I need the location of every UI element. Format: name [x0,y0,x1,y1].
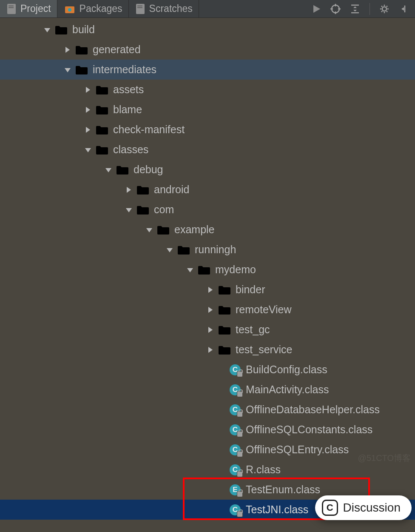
chevron-right-icon[interactable] [206,345,215,355]
folder-icon [218,284,231,295]
tree-label: classes [113,143,148,156]
tree-item-blame[interactable]: blame [0,100,415,120]
tree-item-generated[interactable]: generated [0,40,415,60]
tree-item-mainactivity[interactable]: C MainActivity.class [0,380,415,400]
chevron-down-icon[interactable] [43,25,52,34]
folder-icon [75,64,88,75]
folder-icon [54,24,68,35]
settings-button[interactable] [379,4,389,14]
tree-item-android[interactable]: android [0,180,415,200]
tree-item-offlinesqlconstants[interactable]: C OfflineSQLConstants.class [0,420,415,440]
folder-icon [218,344,231,355]
tree-item-check-manifest[interactable]: check-manifest [0,120,415,140]
class-file-icon: C [230,364,242,376]
tree-label: BuildConfig.class [246,363,327,376]
tree-label: R.class [246,463,281,476]
discussion-label: Discussion [343,501,401,515]
tree-item-remoteview[interactable]: remoteView [0,300,415,320]
tree-label: assets [113,83,144,96]
tree-label: test_service [236,343,292,356]
folder-icon [218,304,231,315]
tab-label: Scratches [149,3,193,14]
folder-icon [177,244,190,255]
chevron-right-icon[interactable] [206,285,215,295]
chevron-down-icon[interactable] [83,145,93,154]
tree-item-test-gc[interactable]: test_gc [0,320,415,340]
tree-label: test_gc [236,323,270,336]
tree-item-test-service[interactable]: test_service [0,340,415,360]
discussion-popover[interactable]: C Discussion [315,495,412,520]
chevron-down-icon[interactable] [124,205,134,215]
scroll-from-source-button[interactable] [330,4,341,14]
view-tabs: Project Packages Scratches [0,0,415,18]
tree-item-classes[interactable]: classes [0,140,415,160]
chevron-right-icon[interactable] [206,325,215,335]
folder-icon [75,44,88,55]
folder-icon [136,204,150,215]
tree-item-debug[interactable]: debug [0,160,415,180]
tree-label: OfflineSQLConstants.class [246,423,372,436]
tree-label: binder [236,283,265,296]
chevron-down-icon[interactable] [63,65,72,74]
tree-label: TestJNI.class [246,503,308,516]
tree-label: com [154,203,174,216]
project-tree[interactable]: build generated intermediates assets bla… [0,18,415,520]
tab-scratches[interactable]: Scratches [129,0,199,17]
hide-button[interactable] [399,4,409,14]
chevron-right-icon[interactable] [124,185,134,194]
chevron-down-icon[interactable] [145,225,154,235]
tree-label: build [72,23,95,36]
folder-icon [95,124,109,135]
tab-label: Project [20,3,51,14]
tree-label: example [174,223,215,236]
run-button[interactable] [312,4,321,14]
tree-item-runningh[interactable]: runningh [0,240,415,260]
tree-label: runningh [195,243,236,256]
folder-icon [95,144,109,155]
class-file-icon: C [230,424,242,436]
chevron-right-icon[interactable] [83,125,93,134]
toolbar [306,0,415,17]
tree-label: remoteView [236,303,292,316]
tree-label: MainActivity.class [246,383,329,396]
tree-label: check-manifest [113,123,185,136]
tab-packages[interactable]: Packages [57,0,129,17]
tree-label: mydemo [215,263,256,276]
chevron-right-icon[interactable] [83,85,93,94]
class-file-icon: C [230,384,242,396]
tree-label: debug [134,163,163,176]
tab-project[interactable]: Project [0,0,57,17]
discussion-icon: C [322,500,338,516]
folder-icon [218,324,231,335]
class-file-icon: C [230,444,242,456]
folder-icon [136,184,150,195]
chevron-down-icon[interactable] [104,165,113,174]
tree-label: generated [93,43,141,56]
tree-item-offlinedatabasehelper[interactable]: C OfflineDatabaseHelper.class [0,400,415,420]
tree-item-offlinesqlentry[interactable]: C OfflineSQLEntry.class [0,440,415,460]
tree-label: TestEnum.class [246,483,320,496]
tree-label: blame [113,103,142,116]
tree-item-build[interactable]: build [0,20,415,40]
tree-item-example[interactable]: example [0,220,415,240]
tree-label: OfflineDatabaseHelper.class [246,403,380,416]
chevron-right-icon[interactable] [206,305,215,315]
tree-item-assets[interactable]: assets [0,80,415,100]
tree-item-r[interactable]: C R.class [0,460,415,480]
tree-item-intermediates[interactable]: intermediates [0,60,415,80]
tree-label: intermediates [93,63,156,76]
tree-item-buildconfig[interactable]: C BuildConfig.class [0,360,415,380]
tree-item-com[interactable]: com [0,200,415,220]
separator [370,3,370,15]
class-file-icon: C [230,404,242,416]
chevron-down-icon[interactable] [185,265,195,275]
collapse-all-button[interactable] [350,4,360,14]
chevron-down-icon[interactable] [165,245,174,255]
class-file-icon: E [230,484,242,496]
chevron-right-icon[interactable] [83,105,93,114]
folder-icon [95,104,109,115]
chevron-right-icon[interactable] [63,45,72,54]
tree-item-mydemo[interactable]: mydemo [0,260,415,280]
class-file-icon: C [230,464,242,476]
tree-item-binder[interactable]: binder [0,280,415,300]
